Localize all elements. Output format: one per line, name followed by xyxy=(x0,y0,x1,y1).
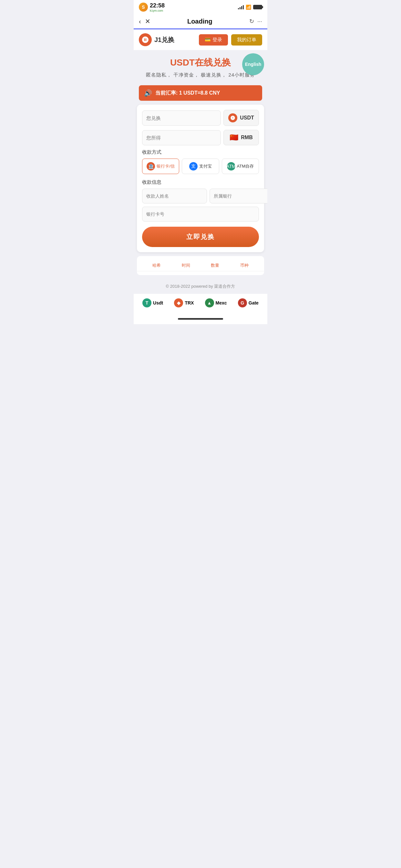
col-time: 时间 xyxy=(172,262,201,268)
bank-icon: 🏦 xyxy=(147,162,155,170)
exchange-input-row: USDT xyxy=(142,110,259,126)
col-amount: 数量 xyxy=(201,262,230,268)
gate-bottom-icon: G xyxy=(238,299,247,307)
atm-button[interactable]: ATM ATM自存 xyxy=(222,159,259,174)
collection-label: 收款信息 xyxy=(142,179,259,185)
table-header: 哈希 时间 数量 币种 xyxy=(137,260,264,271)
gate-logo-item: G Gate xyxy=(238,299,258,307)
submit-button[interactable]: 立即兑换 xyxy=(142,227,259,247)
atm-icon: ATM xyxy=(227,162,235,170)
payment-methods: 🏦 银行卡/信 支 支付宝 ATM ATM自存 xyxy=(142,159,259,174)
back-button[interactable]: ‹ xyxy=(139,18,141,25)
home-indicator xyxy=(134,312,267,324)
bank-input[interactable] xyxy=(210,189,267,204)
usdt-logo-item: T Usdt xyxy=(143,299,163,307)
mexc-logo-item: ▲ Mexc xyxy=(205,299,227,307)
alipay-button[interactable]: 支 支付宝 xyxy=(182,159,219,174)
rmb-label: RMB xyxy=(241,135,252,141)
home-bar xyxy=(178,318,223,320)
gate-bottom-label: Gate xyxy=(249,300,258,306)
usdt-label: USDT xyxy=(240,115,254,121)
receive-input[interactable] xyxy=(142,130,221,145)
site-logo: J1兑换 xyxy=(139,33,174,46)
transaction-section: 哈希 时间 数量 币种 xyxy=(137,256,264,275)
header-buttons: 💳 登录 我的订单 xyxy=(199,34,262,45)
speaker-icon: 🔊 xyxy=(144,89,152,97)
logo-text: J1兑换 xyxy=(154,35,174,44)
login-icon: 💳 xyxy=(205,37,211,42)
receive-input-row: 🇨🇳 RMB xyxy=(142,130,259,145)
hero-section: English USDT在线兑换 匿名隐私， 干净资金， 极速兑换， 24小时服… xyxy=(134,50,267,82)
orders-button[interactable]: 我的订单 xyxy=(231,34,262,45)
browser-actions: ↻ ··· xyxy=(249,18,262,25)
site-header: J1兑换 💳 登录 我的订单 xyxy=(134,29,267,50)
status-time: 22:58 xyxy=(150,2,165,9)
copyright-text: © 2018-2022 powered by 渠道合作方 xyxy=(166,284,235,289)
alipay-icon: 支 xyxy=(189,162,197,170)
rate-text: 当前汇率: 1 USDT=8.8 CNY xyxy=(155,90,220,97)
trx-bottom-label: TRX xyxy=(185,300,194,306)
trx-logo-item: ◆ TRX xyxy=(174,299,194,307)
status-site: k1ym.com xyxy=(150,9,165,12)
col-currency: 币种 xyxy=(230,262,259,268)
usdt-bottom-icon: T xyxy=(143,299,151,307)
collection-info: 收款信息 xyxy=(142,179,259,221)
brand-icon xyxy=(139,33,152,46)
col-hash: 哈希 xyxy=(142,262,172,268)
english-button[interactable]: English xyxy=(242,53,264,75)
rmb-badge: 🇨🇳 RMB xyxy=(223,130,259,145)
payment-label: 收款方式 xyxy=(142,149,259,155)
rate-banner: 🔊 当前汇率: 1 USDT=8.8 CNY xyxy=(139,85,262,101)
usdt-bottom-label: Usdt xyxy=(153,300,163,306)
usdt-badge: USDT xyxy=(223,110,259,126)
name-bank-row xyxy=(142,189,259,204)
site-footer: © 2018-2022 powered by 渠道合作方 xyxy=(134,279,267,294)
page-title: Loading xyxy=(154,18,245,25)
exchange-form: USDT 🇨🇳 RMB 收款方式 🏦 银行卡/信 支 支付宝 ATM xyxy=(137,104,264,252)
app-logo: S xyxy=(139,3,148,11)
china-flag-icon: 🇨🇳 xyxy=(229,133,238,142)
close-button[interactable]: ✕ xyxy=(145,18,150,25)
mexc-bottom-icon: ▲ xyxy=(205,299,214,307)
status-left: S 22:58 k1ym.com xyxy=(139,2,165,12)
bank-card-button[interactable]: 🏦 银行卡/信 xyxy=(142,159,179,174)
name-input[interactable] xyxy=(142,189,207,204)
main-content: J1兑换 💳 登录 我的订单 English USDT在线兑换 匿名隐私， 干净… xyxy=(134,29,267,324)
menu-button[interactable]: ··· xyxy=(257,18,262,25)
status-bar: S 22:58 k1ym.com 📶 xyxy=(134,0,267,14)
logo-svg xyxy=(142,36,149,43)
battery-icon xyxy=(253,5,262,9)
mexc-bottom-label: Mexc xyxy=(216,300,227,306)
wifi-icon: 📶 xyxy=(246,4,251,10)
bottom-logos: T Usdt ◆ TRX ▲ Mexc G Gate xyxy=(134,294,267,312)
usdt-logo xyxy=(228,113,237,122)
login-button[interactable]: 💳 登录 xyxy=(199,34,228,45)
refresh-button[interactable]: ↻ xyxy=(249,18,254,25)
card-number-input[interactable] xyxy=(142,207,259,221)
signal-icon xyxy=(238,5,244,9)
trx-bottom-icon: ◆ xyxy=(174,299,183,307)
browser-bar: ‹ ✕ Loading ↻ ··· xyxy=(134,14,267,29)
exchange-input[interactable] xyxy=(142,111,221,126)
status-right: 📶 xyxy=(238,4,262,10)
hero-subtitle: 匿名隐私， 干净资金， 极速兑换， 24小时服务 xyxy=(139,72,262,78)
